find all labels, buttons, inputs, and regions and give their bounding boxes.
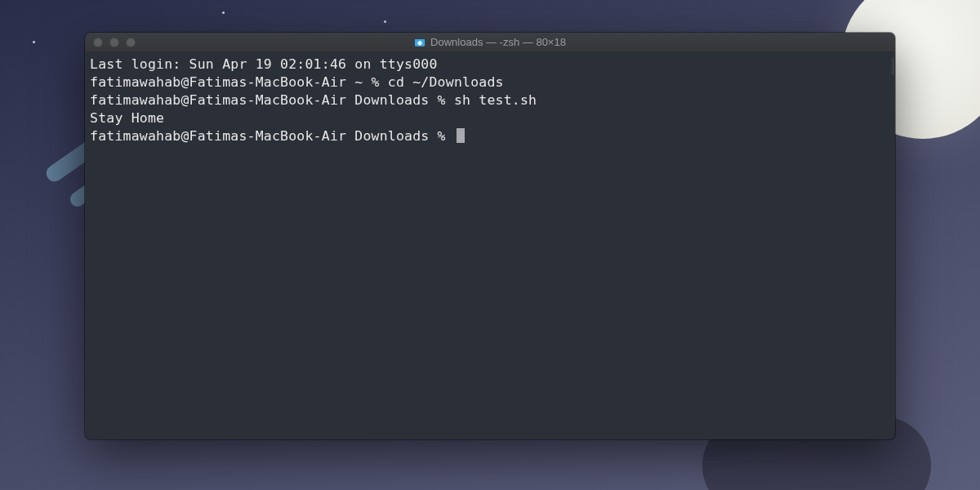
- scrollbar[interactable]: [892, 57, 894, 75]
- folder-icon: [414, 37, 425, 48]
- terminal-output-line: fatimawahab@Fatimas-MacBook-Air Download…: [90, 91, 890, 109]
- window-title: Downloads — -zsh — 80×18: [414, 36, 566, 48]
- maximize-button[interactable]: [126, 38, 136, 47]
- traffic-lights: [85, 38, 136, 47]
- terminal-body[interactable]: Last login: Sun Apr 19 02:01:46 on ttys0…: [85, 52, 895, 439]
- terminal-prompt-line: fatimawahab@Fatimas-MacBook-Air Download…: [90, 127, 890, 145]
- terminal-output-line: Last login: Sun Apr 19 02:01:46 on ttys0…: [90, 56, 890, 74]
- window-titlebar[interactable]: Downloads — -zsh — 80×18: [85, 33, 895, 52]
- minimize-button[interactable]: [109, 38, 119, 47]
- close-button[interactable]: [93, 38, 103, 47]
- terminal-window[interactable]: Downloads — -zsh — 80×18 Last login: Sun…: [85, 33, 895, 439]
- desktop-star: [384, 20, 386, 23]
- desktop-star: [222, 11, 225, 14]
- terminal-output-line: fatimawahab@Fatimas-MacBook-Air ~ % cd ~…: [90, 74, 890, 91]
- terminal-output-line: Stay Home: [90, 109, 890, 127]
- desktop-star: [33, 41, 35, 43]
- window-title-text: Downloads — -zsh — 80×18: [430, 36, 566, 48]
- terminal-prompt-text: fatimawahab@Fatimas-MacBook-Air Download…: [90, 128, 454, 144]
- cursor-icon: [457, 128, 465, 143]
